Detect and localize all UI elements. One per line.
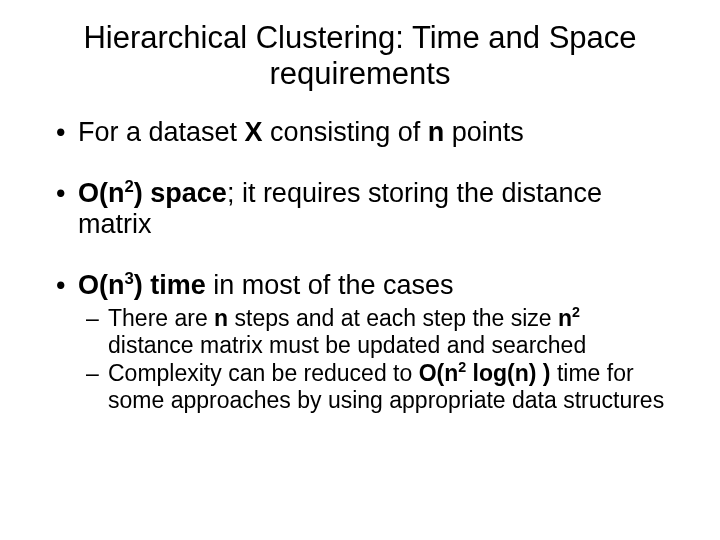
bullet-dataset: For a dataset X consisting of n points xyxy=(50,117,670,148)
text: steps and at each step the size xyxy=(228,305,558,331)
o-close: ) time xyxy=(134,270,206,300)
text: For a dataset xyxy=(78,117,245,147)
slide: Hierarchical Clustering: Time and Space … xyxy=(0,0,720,540)
sub-bullet-steps: There are n steps and at each step the s… xyxy=(78,305,670,358)
sub-bullet-list: There are n steps and at each step the s… xyxy=(78,305,670,413)
o-open: O(n xyxy=(419,360,459,386)
exp-2: 2 xyxy=(125,177,134,196)
big-o-time: O(n3) time xyxy=(78,270,206,300)
o-close: ) space xyxy=(134,178,227,208)
text: points xyxy=(444,117,524,147)
bullet-space: O(n2) space; it requires storing the dis… xyxy=(50,178,670,240)
o-open: O(n xyxy=(78,270,125,300)
big-o-nlogn: O(n2 log(n) ) xyxy=(419,360,551,386)
o-open: O(n xyxy=(78,178,125,208)
text: in most of the cases xyxy=(206,270,454,300)
var-n2: n2 xyxy=(558,305,580,331)
text: Complexity can be reduced to xyxy=(108,360,419,386)
text: distance matrix must be updated and sear… xyxy=(108,332,586,358)
var-n: n xyxy=(214,305,228,331)
n2-base: n xyxy=(558,305,572,331)
big-o-space: O(n2) space xyxy=(78,178,227,208)
text: consisting of xyxy=(263,117,428,147)
sub-bullet-complexity: Complexity can be reduced to O(n2 log(n)… xyxy=(78,360,670,413)
bullet-time: O(n3) time in most of the cases There ar… xyxy=(50,270,670,413)
n2-exp: 2 xyxy=(572,305,580,321)
var-X: X xyxy=(245,117,263,147)
text: There are xyxy=(108,305,214,331)
o-mid: log(n) ) xyxy=(466,360,550,386)
var-n: n xyxy=(428,117,445,147)
bullet-list: For a dataset X consisting of n points O… xyxy=(50,117,670,413)
exp-3: 3 xyxy=(125,269,134,288)
slide-title: Hierarchical Clustering: Time and Space … xyxy=(50,20,670,91)
